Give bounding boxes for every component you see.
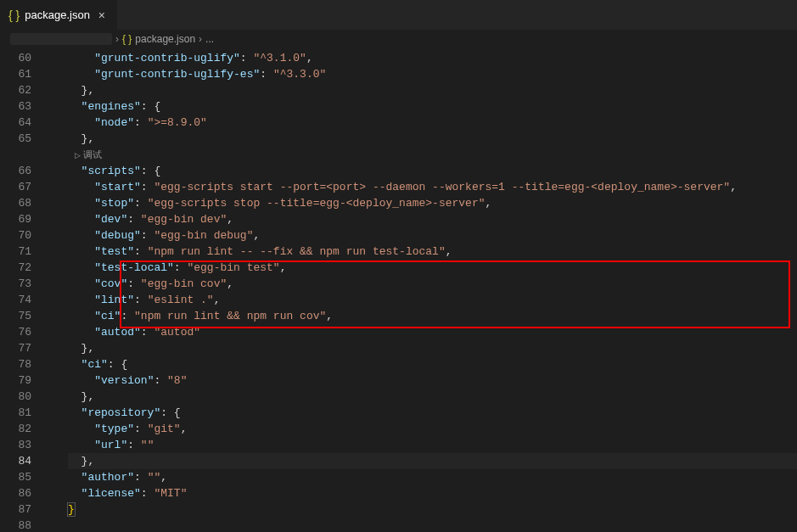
code-line[interactable]: "test-local": "egg-bin test", — [68, 260, 797, 276]
breadcrumb-filename: package.json — [135, 33, 195, 45]
line-number: 67 — [0, 179, 31, 195]
code-line[interactable]: }, — [68, 389, 797, 405]
line-number: 65 — [0, 131, 31, 147]
code-line[interactable]: "stop": "egg-scripts stop --title=egg-<d… — [68, 195, 797, 211]
code-line[interactable]: "dev": "egg-bin dev", — [68, 211, 797, 227]
line-number: 84 — [0, 453, 31, 469]
line-number: 88 — [0, 518, 31, 532]
line-number: 87 — [0, 501, 31, 518]
chevron-right-icon: › — [199, 33, 202, 45]
line-number: 86 — [0, 485, 31, 501]
code-line[interactable]: }, — [68, 340, 797, 356]
code-line[interactable]: "author": "", — [68, 469, 797, 485]
code-line[interactable]: "test": "npm run lint -- --fix && npm ru… — [68, 244, 797, 260]
tab-filename: package.json — [25, 8, 90, 21]
code-line[interactable]: "repository": { — [68, 405, 797, 421]
code-area[interactable]: "grunt-contrib-uglify": "^3.1.0", "grunt… — [68, 48, 797, 532]
code-line[interactable] — [68, 518, 797, 532]
code-line[interactable]: "node": ">=8.9.0" — [68, 115, 797, 131]
line-number: 83 — [0, 437, 31, 453]
line-number: 78 — [0, 356, 31, 372]
code-line[interactable]: "version": "8" — [68, 372, 797, 389]
code-line[interactable]: }, — [68, 82, 797, 98]
chevron-right-icon: › — [115, 33, 119, 45]
code-line[interactable]: "type": "git", — [68, 421, 797, 437]
tab-bar: { } package.json × — [0, 0, 797, 30]
code-line[interactable]: "cov": "egg-bin cov", — [68, 276, 797, 292]
line-number: 81 — [0, 405, 31, 421]
line-number: 82 — [0, 421, 31, 437]
code-line[interactable]: "debug": "egg-bin debug", — [68, 227, 797, 244]
line-number: 64 — [0, 115, 31, 131]
line-number: 75 — [0, 308, 31, 324]
line-number: 61 — [0, 66, 31, 82]
json-file-icon: { } — [122, 33, 132, 45]
code-line[interactable]: "license": "MIT" — [68, 485, 797, 501]
line-number-gutter: 6061626364656667686970717273747576777879… — [0, 48, 47, 532]
tab-package-json[interactable]: { } package.json × — [0, 0, 118, 30]
line-number: 74 — [0, 292, 31, 308]
code-line[interactable]: }, — [68, 453, 797, 469]
line-number: 77 — [0, 340, 31, 356]
code-line[interactable]: "start": "egg-scripts start --port=<port… — [68, 179, 797, 195]
line-number: 69 — [0, 211, 31, 227]
line-number: 76 — [0, 324, 31, 340]
breadcrumb-path-hidden — [10, 33, 112, 45]
code-line[interactable]: "lint": "eslint .", — [68, 292, 797, 308]
code-line[interactable]: } — [68, 501, 797, 518]
code-line[interactable]: "ci": "npm run lint && npm run cov", — [68, 308, 797, 324]
fold-column — [47, 48, 68, 532]
code-line[interactable]: "engines": { — [68, 98, 797, 115]
code-line[interactable]: "autod": "autod" — [68, 324, 797, 340]
line-number: 66 — [0, 163, 31, 179]
close-icon[interactable]: × — [95, 8, 109, 22]
code-line[interactable]: "grunt-contrib-uglify-es": "^3.3.0" — [68, 66, 797, 82]
breadcrumb-tail: ... — [205, 33, 214, 45]
breadcrumb[interactable]: › { } package.json › ... — [0, 30, 797, 48]
code-line[interactable]: "grunt-contrib-uglify": "^3.1.0", — [68, 50, 797, 66]
line-number: 80 — [0, 389, 31, 405]
code-line[interactable]: "url": "" — [68, 437, 797, 453]
code-line[interactable]: "scripts": { — [68, 163, 797, 179]
line-number: 79 — [0, 372, 31, 389]
line-number: 68 — [0, 195, 31, 211]
line-number: 73 — [0, 276, 31, 292]
line-number: 63 — [0, 98, 31, 115]
line-number: 71 — [0, 244, 31, 260]
codelens-debug[interactable]: ▷ 调试 — [68, 147, 797, 163]
line-number: 72 — [0, 260, 31, 276]
line-number: 70 — [0, 227, 31, 244]
code-line[interactable]: "ci": { — [68, 356, 797, 372]
line-number: 62 — [0, 82, 31, 98]
line-number: 85 — [0, 469, 31, 485]
code-line[interactable]: }, — [68, 131, 797, 147]
json-file-icon: { } — [8, 8, 20, 22]
editor[interactable]: 6061626364656667686970717273747576777879… — [0, 48, 797, 532]
line-number: 60 — [0, 50, 31, 66]
line-number — [0, 147, 31, 163]
